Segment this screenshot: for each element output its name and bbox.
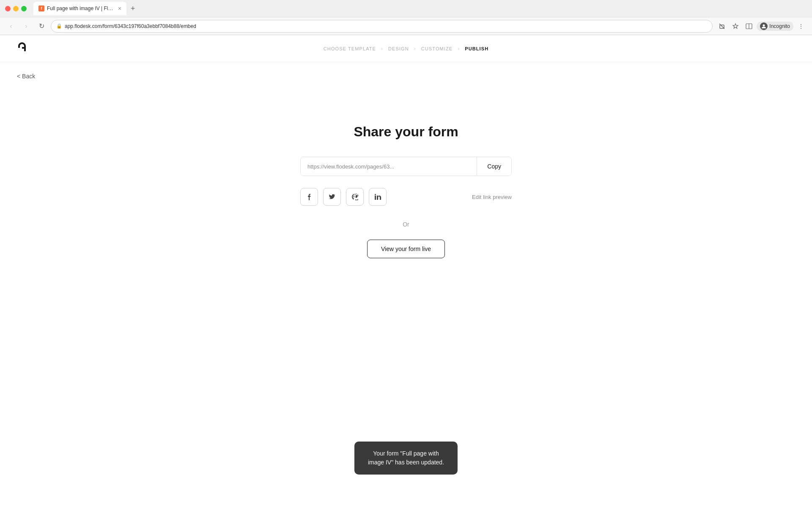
flodesk-logo-icon xyxy=(17,41,27,53)
breadcrumb-customize[interactable]: CUSTOMIZE xyxy=(421,46,453,51)
toast-notification: Your form "Full page with image IV" has … xyxy=(354,442,458,475)
toast-text: Your form "Full page with image IV" has … xyxy=(368,450,444,466)
browser-toolbar-actions: Incognito ⋮ xyxy=(716,20,807,32)
tab-title: Full page with image IV | Flode... xyxy=(47,6,114,11)
back-nav-button[interactable]: ‹ xyxy=(5,20,17,32)
tab-favicon: f xyxy=(38,6,44,11)
incognito-figure-icon xyxy=(761,24,766,29)
page-title: Share your form xyxy=(354,124,458,140)
form-url-input[interactable] xyxy=(301,157,477,176)
bookmark-button[interactable] xyxy=(730,20,741,32)
browser-chrome: f Full page with image IV | Flode... × +… xyxy=(0,0,812,35)
back-button[interactable]: < Back xyxy=(17,73,35,80)
view-form-live-button[interactable]: View your form live xyxy=(367,240,445,258)
app-content: CHOOSE TEMPLATE › DESIGN › CUSTOMIZE › P… xyxy=(0,35,812,508)
forward-nav-button[interactable]: › xyxy=(20,20,32,32)
browser-window-controls xyxy=(5,6,27,11)
main-content: Share your form Copy xyxy=(0,90,812,258)
camera-off-icon xyxy=(719,23,725,30)
logo xyxy=(17,41,27,56)
breadcrumb-sep-1: › xyxy=(381,46,383,52)
pinterest-share-button[interactable] xyxy=(346,188,364,206)
svg-rect-6 xyxy=(375,196,376,200)
browser-title-bar: f Full page with image IV | Flode... × +… xyxy=(0,0,812,17)
pinterest-icon xyxy=(351,193,358,200)
linkedin-icon xyxy=(374,193,381,200)
maximize-window-button[interactable] xyxy=(21,6,27,11)
top-nav: CHOOSE TEMPLATE › DESIGN › CUSTOMIZE › P… xyxy=(0,35,812,62)
incognito-icon xyxy=(760,22,768,30)
breadcrumb-design[interactable]: DESIGN xyxy=(388,46,409,51)
close-window-button[interactable] xyxy=(5,6,11,11)
breadcrumb-publish[interactable]: PUBLISH xyxy=(465,46,488,51)
or-divider: Or xyxy=(403,221,409,228)
url-copy-container: Copy xyxy=(300,157,512,176)
edit-link-preview-button[interactable]: Edit link preview xyxy=(472,194,512,200)
twitter-share-button[interactable] xyxy=(323,188,341,206)
back-section: < Back xyxy=(0,62,812,90)
svg-point-5 xyxy=(763,24,765,26)
active-tab[interactable]: f Full page with image IV | Flode... × xyxy=(33,2,126,15)
more-options-button[interactable]: ⋮ xyxy=(795,20,807,32)
breadcrumb-sep-3: › xyxy=(458,46,460,52)
incognito-label: Incognito xyxy=(769,23,790,29)
split-view-button[interactable] xyxy=(743,20,755,32)
incognito-badge: Incognito xyxy=(757,22,793,31)
social-buttons-row: Edit link preview xyxy=(300,188,512,206)
facebook-icon xyxy=(306,193,313,200)
tab-close-button[interactable]: × xyxy=(118,5,121,12)
new-tab-button[interactable]: + xyxy=(128,5,138,12)
lock-icon: 🔒 xyxy=(56,23,62,29)
svg-point-7 xyxy=(375,194,376,195)
facebook-share-button[interactable] xyxy=(300,188,318,206)
star-icon xyxy=(732,23,739,30)
minimize-window-button[interactable] xyxy=(13,6,19,11)
breadcrumb-choose-template[interactable]: CHOOSE TEMPLATE xyxy=(324,46,376,51)
copy-button[interactable]: Copy xyxy=(477,157,511,176)
camera-off-button[interactable] xyxy=(716,20,728,32)
address-bar[interactable]: 🔒 app.flodesk.com/form/6343c197f60a3ebbf… xyxy=(51,20,713,33)
browser-tabs: f Full page with image IV | Flode... × + xyxy=(33,2,138,15)
svg-marker-2 xyxy=(733,24,738,28)
breadcrumb: CHOOSE TEMPLATE › DESIGN › CUSTOMIZE › P… xyxy=(324,46,488,52)
split-view-icon xyxy=(746,23,752,30)
linkedin-share-button[interactable] xyxy=(369,188,387,206)
twitter-icon xyxy=(329,193,335,200)
url-display: app.flodesk.com/form/6343c197f60a3ebbf70… xyxy=(65,23,707,29)
refresh-nav-button[interactable]: ↻ xyxy=(36,20,47,32)
breadcrumb-sep-2: › xyxy=(414,46,416,52)
browser-toolbar: ‹ › ↻ 🔒 app.flodesk.com/form/6343c197f60… xyxy=(0,17,812,35)
